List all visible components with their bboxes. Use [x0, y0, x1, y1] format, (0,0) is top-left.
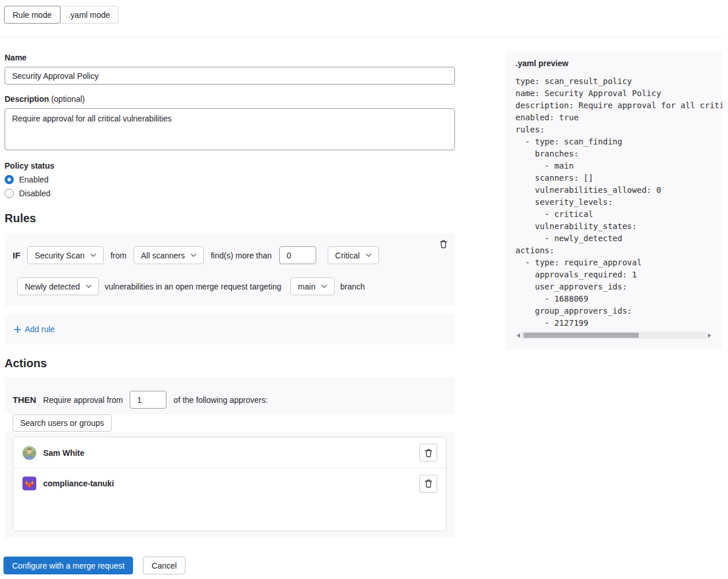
name-label: Name — [5, 53, 455, 62]
branch-dropdown[interactable]: main — [290, 277, 334, 295]
approver-row-sam-white: Sam White — [13, 437, 446, 468]
chevron-down-icon — [86, 284, 92, 288]
mode-tab-group: Rule mode .yaml mode — [4, 6, 728, 24]
policy-status-disabled-option[interactable]: Disabled — [5, 189, 455, 198]
description-textarea[interactable]: Require approval for all critical vulner… — [5, 108, 455, 150]
scan-type-dropdown[interactable]: Security Scan — [27, 246, 103, 264]
name-input[interactable] — [5, 67, 455, 85]
scrollbar-thumb[interactable] — [524, 333, 639, 338]
policy-editor-form: Name Description (optional) Require appr… — [5, 46, 455, 574]
configure-merge-request-button[interactable]: Configure with a merge request — [3, 557, 133, 574]
if-label: IF — [13, 250, 20, 260]
require-approval-label: Require approval from — [43, 395, 123, 405]
then-label: THEN — [13, 395, 36, 405]
tab-rule-mode[interactable]: Rule mode — [4, 6, 60, 24]
actions-heading: Actions — [5, 357, 455, 370]
remove-approver-compliance-tanuki-button[interactable] — [419, 475, 437, 493]
approver-row-compliance-tanuki: compliance-tanuki — [13, 468, 446, 498]
add-rule-panel: Add rule — [5, 314, 455, 344]
rule-panel: IF Security Scan from All scanners find(… — [5, 234, 455, 306]
header-divider — [0, 37, 722, 37]
chevron-down-icon — [191, 253, 196, 257]
rule-row-1: IF Security Scan from All scanners find(… — [13, 246, 447, 264]
yaml-preview-content: type: scan_result_policy name: Security … — [515, 75, 722, 329]
vulnerabilities-allowed-input[interactable] — [279, 246, 316, 264]
radio-disabled-label: Disabled — [19, 189, 50, 198]
policy-status-label: Policy status — [5, 161, 455, 170]
rules-heading: Rules — [5, 212, 455, 225]
targeting-label: vulnerabilities in an open merge request… — [105, 282, 282, 291]
tab-yaml-mode[interactable]: .yaml mode — [60, 6, 119, 24]
form-footer: Configure with a merge request Cancel — [3, 557, 455, 574]
avatar-sam-white — [22, 446, 36, 460]
approvals-required-input[interactable] — [130, 391, 166, 409]
severity-dropdown[interactable]: Critical — [328, 246, 379, 264]
yaml-preview-panel: .yaml preview type: scan_result_policy n… — [506, 52, 722, 349]
scrollbar-right-arrow-icon[interactable] — [707, 332, 712, 339]
delete-rule-button[interactable] — [437, 237, 450, 251]
avatar-compliance-tanuki — [22, 477, 36, 490]
actions-panel: THEN Require approval from of the follow… — [5, 377, 455, 538]
cancel-button[interactable]: Cancel — [143, 557, 185, 574]
chevron-down-icon — [321, 284, 327, 288]
chevron-down-icon — [90, 253, 96, 257]
of-following-approvers-label: of the following approvers: — [173, 395, 267, 405]
from-label: from — [111, 251, 127, 260]
search-users-groups-input[interactable]: Search users or groups — [13, 414, 112, 432]
remove-approver-sam-white-button[interactable] — [419, 444, 437, 462]
approver-name: Sam White — [43, 448, 412, 458]
vulnerability-state-dropdown[interactable]: Newly detected — [17, 277, 99, 295]
radio-enabled-label: Enabled — [19, 175, 48, 184]
trash-icon — [424, 448, 433, 458]
find-more-than-label: find(s) more than — [211, 251, 272, 260]
scanners-dropdown[interactable]: All scanners — [134, 246, 204, 264]
scrollbar-left-arrow-icon[interactable] — [515, 332, 521, 339]
radio-disabled[interactable] — [5, 189, 14, 198]
approvers-list: Sam White compliance-tanuki — [13, 437, 447, 531]
horizontal-scrollbar[interactable] — [515, 332, 712, 339]
description-optional-hint: (optional) — [51, 94, 85, 104]
branch-suffix-label: branch — [340, 282, 365, 291]
add-rule-button[interactable]: Add rule — [14, 325, 55, 334]
trash-icon — [439, 239, 448, 249]
trash-icon — [424, 479, 433, 488]
scrollbar-track[interactable] — [521, 332, 707, 339]
plus-icon — [14, 326, 21, 333]
approver-search-row: Search users or groups — [5, 414, 455, 432]
description-label: Description (optional) — [5, 94, 455, 104]
radio-enabled[interactable] — [5, 175, 14, 184]
approver-name: compliance-tanuki — [43, 479, 412, 488]
yaml-preview-title: .yaml preview — [515, 59, 722, 68]
rule-row-2: Newly detected vulnerabilities in an ope… — [17, 277, 447, 295]
policy-status-enabled-option[interactable]: Enabled — [5, 175, 455, 184]
then-row: THEN Require approval from of the follow… — [5, 391, 455, 409]
chevron-down-icon — [366, 253, 371, 257]
